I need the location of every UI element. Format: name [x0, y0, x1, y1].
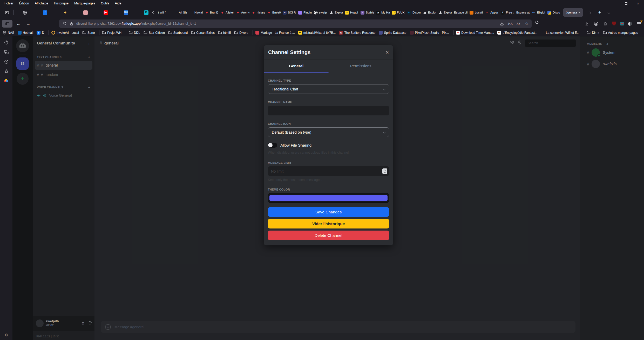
tab-list-icon[interactable]	[608, 10, 609, 15]
message-input[interactable]	[114, 325, 571, 329]
tab-bruni2[interactable]: ♥Bruni2	[205, 9, 218, 16]
bookmark-suno[interactable]: Suno	[82, 31, 95, 35]
menu-item-marque-pages[interactable]: Marque-pages	[74, 2, 95, 5]
pin-icon[interactable]	[518, 41, 521, 46]
channel-icon-select[interactable]: Default (Based on type)	[268, 127, 389, 137]
tab-emie0[interactable]: ♥Emie0	[267, 9, 281, 16]
ublock-icon[interactable]	[612, 22, 616, 26]
members-icon[interactable]	[510, 41, 514, 45]
translate-alt-icon[interactable]: A?	[516, 22, 521, 25]
youtube-pinned-tab[interactable]: ▶	[103, 9, 108, 16]
bookmark-invokeai-local[interactable]: InvokeAI - Local	[51, 31, 79, 35]
tab-swefpi[interactable]: swefpi	[314, 9, 327, 16]
bookmark-d[interactable]: fD	[37, 31, 44, 35]
tab-explor[interactable]: Explor	[438, 9, 452, 16]
bookmark-ddl[interactable]: DDL	[129, 31, 140, 35]
downloads-icon[interactable]	[584, 21, 589, 26]
user-settings-gear-icon[interactable]: ⚙	[81, 321, 85, 325]
tab-espace-abo[interactable]: Espace abo	[516, 9, 530, 16]
new-tab-button[interactable]: +	[598, 10, 601, 15]
extensions-icon[interactable]	[603, 21, 608, 26]
bookmark-html5[interactable]: html5	[218, 31, 231, 35]
tab-niciara[interactable]: ♥niciara	[252, 9, 265, 16]
palette-extension-icon[interactable]	[2, 77, 10, 85]
scroll-tabs-left-icon[interactable]	[150, 9, 157, 16]
translate-icon[interactable]: あA	[507, 22, 513, 26]
darkreader-icon[interactable]	[628, 22, 632, 26]
bookmark-star-icon[interactable]: ☆	[524, 22, 530, 26]
tab-t-will-f[interactable]: t will f	[158, 9, 172, 16]
bookmark-the-spriters-resource[interactable]: SThe Spriters Resource	[339, 31, 375, 35]
member-row-swefpifh[interactable]: #swefpifh	[580, 58, 644, 70]
voice-channel-item-voice-general[interactable]: Voice General	[35, 91, 92, 100]
discord-home-icon[interactable]	[16, 39, 29, 52]
channel-name-input[interactable]	[268, 106, 389, 115]
add-server-button[interactable]: +	[17, 73, 29, 85]
tab-espace-clie[interactable]: Espace clie	[454, 9, 467, 16]
bookmarks-star-icon[interactable]	[2, 67, 10, 75]
deviantart-pinned-tab[interactable]: D	[144, 9, 149, 16]
member-row-system[interactable]: #System	[580, 47, 644, 58]
bookmark-pixelplush-studio-pix[interactable]: PixelPlush Studio - Pix...	[410, 31, 449, 35]
tab-flux[interactable]: FLUX.	[392, 9, 405, 16]
tab-my-ha[interactable]: ☁My Ha	[376, 9, 390, 16]
shield-icon[interactable]	[61, 22, 68, 25]
dsm-pinned-tab[interactable]: DSM	[123, 9, 128, 16]
refresh-icon[interactable]	[534, 19, 539, 25]
channel-item-general[interactable]: ##general	[35, 61, 92, 70]
tab-general[interactable]: General	[264, 60, 329, 72]
url-bar[interactable]: discord-like-php-chat-7262.dev.flatlogic…	[59, 19, 532, 28]
bookmark-hotmail[interactable]: Hotmail	[18, 31, 33, 35]
tab-locati[interactable]: Locati	[470, 9, 483, 16]
firefox-view-icon[interactable]	[3, 9, 11, 16]
extension-robot-icon[interactable]	[620, 22, 624, 25]
bookmark-sprite-database[interactable]: Sprite Database	[379, 31, 406, 35]
back-icon[interactable]: ←	[15, 20, 22, 28]
bookmark-l-encyclopedie-fantast[interactable]: EFL'Encyclopédie Fantast...	[497, 31, 537, 35]
attach-plus-icon[interactable]: +	[105, 324, 111, 330]
clear-history-button[interactable]: Vider l'historique	[268, 219, 389, 228]
channel-type-select[interactable]: Traditional Chat	[268, 84, 389, 94]
tab-permissions[interactable]: Permissions	[329, 60, 393, 72]
bookmark-divers[interactable]: Divers	[587, 31, 595, 35]
menu-item-historique[interactable]: Historique	[54, 2, 69, 5]
tab-explor[interactable]: Explor	[329, 9, 343, 16]
menu-item-outils[interactable]: Outils	[101, 2, 109, 5]
message-limit-input[interactable]	[268, 166, 389, 176]
theme-color-input[interactable]	[268, 193, 389, 203]
bookmark-mistralai-mixtral-8x7b[interactable]: mistralai/Mixtral-8x7B...	[298, 31, 336, 35]
sidebar-toggle-button[interactable]	[2, 20, 12, 28]
bookmark-divers[interactable]: Divers	[234, 31, 248, 35]
menu-item-aide[interactable]: Aide	[115, 2, 121, 5]
tab-alister[interactable]: ♥Alister	[220, 9, 234, 16]
diamond-pinned-tab[interactable]: ◆	[63, 9, 68, 16]
sidebar-settings-gear-icon[interactable]: ⚙	[4, 333, 8, 337]
server-menu-icon[interactable]: ⋮	[87, 41, 91, 45]
menu-item-affichage[interactable]: Affichage	[35, 2, 48, 5]
maximize-icon[interactable]	[620, 0, 632, 7]
tab-discor[interactable]: DDiscor	[407, 9, 421, 16]
tab-huggi[interactable]: Huggi	[345, 9, 358, 16]
tab-hawai[interactable]: Hawai	[189, 9, 203, 16]
bookmarks-overflow-icon[interactable]: »	[598, 31, 599, 35]
account-icon[interactable]	[593, 21, 599, 26]
number-spinner[interactable]	[382, 168, 387, 174]
tab-aromy[interactable]: ♥Aromy	[236, 9, 249, 16]
bookmark-nas[interactable]: NAS	[3, 31, 14, 35]
server-header[interactable]: General Community ⋮	[33, 36, 94, 50]
tab-manager-icon[interactable]	[2, 48, 10, 56]
tab-disco[interactable]: Disco	[547, 9, 561, 16]
globe-pinned-tab[interactable]	[22, 9, 27, 16]
menu-icon[interactable]	[636, 21, 641, 26]
forward-icon[interactable]: →	[24, 20, 32, 28]
tab-free[interactable]: fFree :	[501, 9, 514, 16]
delete-channel-button[interactable]: Delete Channel	[268, 231, 389, 240]
close-window-icon[interactable]: ×	[632, 0, 644, 7]
scroll-tabs-right-icon[interactable]	[587, 9, 593, 16]
history-clock-icon[interactable]	[2, 58, 10, 66]
minimize-icon[interactable]: –	[608, 0, 620, 7]
tab-all-siz[interactable]: All Siz	[174, 9, 187, 16]
close-tab-icon[interactable]: ×	[579, 11, 581, 15]
tab-plugin[interactable]: Plugin	[298, 9, 312, 16]
tab-appar[interactable]: SLAppar	[485, 9, 499, 16]
